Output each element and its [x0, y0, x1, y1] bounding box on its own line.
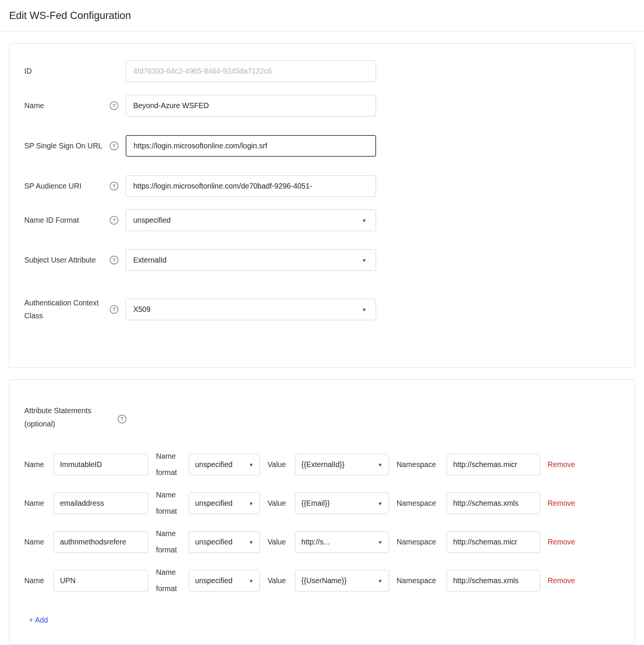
remove-link[interactable]: Remove — [548, 538, 575, 546]
attr-name-input[interactable] — [54, 454, 148, 475]
attr-name-label: Name — [24, 538, 46, 546]
attr-value-select[interactable]: {{ExternalId}} ▼ — [295, 454, 389, 475]
attr-name-format-select[interactable]: unspecified ▼ — [189, 531, 260, 553]
attribute-statements-card: Attribute Statements (optional) ? Name N… — [9, 379, 635, 645]
audience-uri-input[interactable] — [126, 175, 376, 197]
help-icon[interactable]: ? — [110, 256, 118, 264]
form-row-name: Name ? — [24, 95, 620, 116]
chevron-down-icon: ▼ — [378, 579, 383, 584]
sso-url-label: SP Single Sign On URL — [24, 139, 110, 152]
help-icon[interactable]: ? — [110, 305, 118, 314]
attr-value-select[interactable]: {{Email}} ▼ — [295, 492, 389, 514]
attr-namespace-label: Namespace — [397, 576, 439, 585]
chevron-down-icon: ▼ — [249, 501, 254, 506]
remove-link[interactable]: Remove — [548, 460, 575, 469]
wsfed-config-card: ID Name ? SP Single Sign On URL ? SP Aud… — [9, 43, 635, 368]
subject-user-attribute-label: Subject User Attribute — [24, 253, 110, 266]
help-icon[interactable]: ? — [110, 182, 118, 190]
chevron-down-icon: ▼ — [362, 218, 367, 223]
id-input[interactable] — [126, 60, 376, 82]
subject-user-attribute-select[interactable]: ExternalId ▼ — [126, 249, 376, 271]
page-header: Edit WS-Fed Configuration — [0, 0, 644, 22]
form-row-authentication-context-class: Authentication Context Class ? X509 ▼ — [24, 296, 620, 322]
attr-value-select[interactable]: {{UserName}} ▼ — [295, 570, 389, 592]
help-icon[interactable]: ? — [110, 142, 118, 150]
attr-namespace-input[interactable] — [447, 570, 540, 592]
attribute-statements-header: Attribute Statements (optional) ? — [24, 404, 620, 431]
name-label: Name — [24, 99, 110, 112]
attr-value-label: Value — [268, 576, 287, 585]
chevron-down-icon: ▼ — [378, 501, 383, 506]
name-id-format-select[interactable]: unspecified ▼ — [126, 209, 376, 231]
attr-name-label: Name — [24, 460, 46, 469]
chevron-down-icon: ▼ — [378, 463, 383, 467]
attr-name-format-label: Name format — [156, 525, 181, 558]
selected-value: X509 — [133, 305, 151, 314]
form-row-name-id-format: Name ID Format ? unspecified ▼ — [24, 209, 620, 231]
chevron-down-icon: ▼ — [378, 540, 383, 545]
remove-link[interactable]: Remove — [548, 499, 575, 508]
chevron-down-icon: ▼ — [249, 463, 254, 467]
attr-namespace-input[interactable] — [447, 454, 540, 475]
authentication-context-class-label: Authentication Context Class — [24, 296, 110, 322]
help-icon[interactable]: ? — [118, 415, 126, 423]
page-title: Edit WS-Fed Configuration — [9, 10, 635, 22]
selected-value: ExternalId — [133, 256, 167, 264]
id-label: ID — [24, 64, 110, 77]
attr-name-format-select[interactable]: unspecified ▼ — [189, 570, 260, 592]
add-attribute-link[interactable]: + Add — [29, 616, 48, 625]
sso-url-input[interactable] — [126, 135, 376, 157]
authentication-context-class-select[interactable]: X509 ▼ — [126, 299, 376, 320]
attr-namespace-label: Namespace — [397, 499, 439, 508]
form-row-sso-url: SP Single Sign On URL ? — [24, 135, 620, 157]
attr-name-input[interactable] — [54, 570, 148, 592]
help-icon[interactable]: ? — [110, 216, 118, 225]
attr-name-format-label: Name format — [156, 564, 181, 597]
attribute-row: Name Name format unspecified ▼ Value {{U… — [24, 564, 620, 597]
selected-value: unspecified — [133, 216, 171, 225]
attribute-row: Name Name format unspecified ▼ Value htt… — [24, 525, 620, 558]
form-row-audience-uri: SP Audience URI ? — [24, 175, 620, 197]
attr-name-format-select[interactable]: unspecified ▼ — [189, 492, 260, 514]
attribute-statements-title: Attribute Statements (optional) — [24, 404, 112, 431]
remove-link[interactable]: Remove — [548, 576, 575, 585]
attr-name-label: Name — [24, 576, 46, 585]
attribute-row: Name Name format unspecified ▼ Value {{E… — [24, 448, 620, 481]
attr-value-select[interactable]: http://s... ▼ — [295, 531, 389, 553]
attr-namespace-input[interactable] — [447, 492, 540, 514]
attr-namespace-input[interactable] — [447, 531, 540, 553]
attr-name-format-label: Name format — [156, 487, 181, 519]
attr-value-label: Value — [268, 538, 287, 546]
attr-value-label: Value — [268, 460, 287, 469]
attr-name-input[interactable] — [54, 492, 148, 514]
help-icon[interactable]: ? — [110, 101, 118, 110]
form-row-subject-user-attribute: Subject User Attribute ? ExternalId ▼ — [24, 249, 620, 271]
form-row-id: ID — [24, 60, 620, 82]
chevron-down-icon: ▼ — [362, 307, 367, 312]
chevron-down-icon: ▼ — [249, 540, 254, 545]
chevron-down-icon: ▼ — [362, 258, 367, 263]
chevron-down-icon: ▼ — [249, 579, 254, 584]
attr-namespace-label: Namespace — [397, 460, 439, 469]
attribute-row: Name Name format unspecified ▼ Value {{E… — [24, 487, 620, 519]
name-id-format-label: Name ID Format — [24, 214, 110, 227]
attr-name-format-label: Name format — [156, 448, 181, 481]
attr-name-label: Name — [24, 499, 46, 508]
attr-name-input[interactable] — [54, 531, 148, 553]
audience-uri-label: SP Audience URI — [24, 179, 110, 192]
attr-namespace-label: Namespace — [397, 538, 439, 546]
header-divider — [0, 31, 644, 32]
attr-name-format-select[interactable]: unspecified ▼ — [189, 454, 260, 475]
attr-value-label: Value — [268, 499, 287, 508]
name-input[interactable] — [126, 95, 376, 116]
